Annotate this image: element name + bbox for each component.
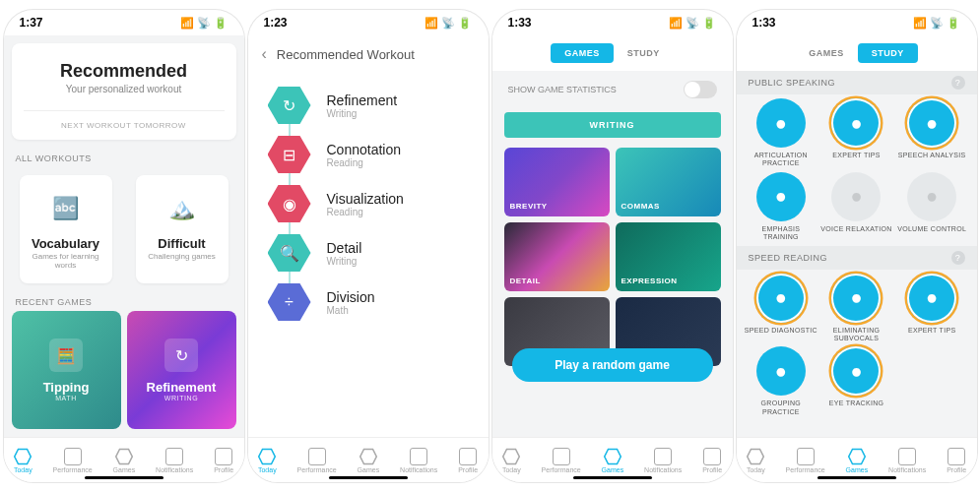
stats-toggle[interactable] <box>684 81 717 98</box>
blocks-icon: 🔤 <box>46 189 86 228</box>
recommended-card[interactable]: Recommended Your personalized workout NE… <box>12 43 236 140</box>
nav-tab-performance[interactable]: Performance <box>297 448 337 473</box>
study-circle-icon: ● <box>756 346 806 396</box>
nav-icon <box>947 448 965 465</box>
nav-tab-profile[interactable]: Profile <box>458 448 478 473</box>
recent-game-tipping[interactable]: 🧮 Tipping MATH <box>12 311 121 429</box>
nav-tab-today[interactable]: Today <box>258 448 277 473</box>
study-circle-icon: ● <box>756 172 806 221</box>
study-label: GROUPING PRACTICE <box>745 400 818 416</box>
study-item[interactable]: ● EYE TRACKING <box>819 346 893 416</box>
nav-tab-games[interactable]: Games <box>846 448 869 473</box>
nav-icon <box>797 448 815 465</box>
nav-icon <box>898 448 916 465</box>
journey-step-visualization[interactable]: ◉ VisualizationReading <box>248 179 489 228</box>
workout-difficult[interactable]: 🏔️ Difficult Challenging games <box>136 175 229 283</box>
game-tile-detail[interactable]: DETAIL <box>504 222 610 291</box>
svg-marker-0 <box>15 449 32 463</box>
study-item[interactable]: ● SPEED DIAGNOSTIC <box>745 274 818 343</box>
study-circle-icon: ● <box>756 274 806 323</box>
nav-tab-notifications[interactable]: Notifications <box>156 448 193 473</box>
nav-icon <box>308 448 326 465</box>
nav-label: Today <box>14 466 33 473</box>
journey-step-connotation[interactable]: ⊟ ConnotationReading <box>248 130 489 179</box>
nav-tab-profile[interactable]: Profile <box>947 448 966 473</box>
svg-marker-5 <box>605 449 621 463</box>
game-title: Refinement <box>147 380 217 395</box>
study-item[interactable]: ● ELIMINATING SUBVOCALS <box>819 274 893 343</box>
nav-tab-notifications[interactable]: Notifications <box>400 448 437 473</box>
nav-tab-notifications[interactable]: Notifications <box>888 448 926 473</box>
random-game-button[interactable]: Play a random game <box>512 348 713 382</box>
nav-icon <box>165 448 183 465</box>
nav-label: Performance <box>297 466 337 473</box>
nav-tab-games[interactable]: Games <box>113 448 136 473</box>
tab-games[interactable]: GAMES <box>795 43 858 63</box>
step-sub: Math <box>327 305 375 316</box>
nav-icon <box>459 448 477 465</box>
svg-marker-1 <box>116 449 133 463</box>
svg-marker-7 <box>849 449 866 463</box>
segment-control: GAMES STUDY <box>737 35 977 71</box>
step-sub: Writing <box>327 108 398 119</box>
step-title: Division <box>327 289 375 305</box>
back-button[interactable]: ‹ <box>262 45 267 63</box>
nav-icon <box>703 448 721 465</box>
nav-tab-today[interactable]: Today <box>14 448 33 473</box>
study-label: VOICE RELAXATION <box>819 225 893 233</box>
journey-step-detail[interactable]: 🔍 DetailWriting <box>248 228 489 277</box>
nav-tab-performance[interactable]: Performance <box>542 448 581 473</box>
nav-label: Notifications <box>888 466 926 473</box>
nav-tab-profile[interactable]: Profile <box>214 448 233 473</box>
help-icon[interactable]: ? <box>951 251 965 265</box>
workout-vocabulary[interactable]: 🔤 Vocabulary Games for learning words <box>20 175 112 283</box>
screen-games: 1:33 📶 📡 🔋 GAMES STUDY SHOW GAME STATIST… <box>492 10 733 482</box>
study-label: EXPERT TIPS <box>819 152 893 159</box>
game-tile-commas[interactable]: COMMAS <box>616 148 721 216</box>
mountain-icon: 🏔️ <box>163 189 202 228</box>
section-all-workouts: ALL WORKOUTS <box>4 148 244 167</box>
nav-tab-performance[interactable]: Performance <box>786 448 825 473</box>
nav-tab-profile[interactable]: Profile <box>702 448 722 473</box>
status-icons: 📶 📡 🔋 <box>425 17 472 30</box>
nav-label: Games <box>113 466 136 473</box>
help-icon[interactable]: ? <box>951 76 965 90</box>
study-item[interactable]: ● EMPHASIS TRAINING <box>745 172 818 242</box>
svg-marker-4 <box>503 449 520 463</box>
status-bar: 1:33 📶 📡 🔋 <box>492 10 733 35</box>
svg-marker-6 <box>748 449 764 463</box>
step-title: Refinement <box>327 92 398 108</box>
study-item[interactable]: ● EXPERT TIPS <box>895 274 969 343</box>
nav-tab-performance[interactable]: Performance <box>53 448 93 473</box>
game-tile-expression[interactable]: EXPRESSION <box>616 222 721 291</box>
nav-tab-today[interactable]: Today <box>502 448 521 473</box>
step-title: Visualization <box>327 191 404 207</box>
game-tile-brevity[interactable]: BREVITY <box>504 148 610 216</box>
recent-game-refinement[interactable]: ↻ Refinement WRITING <box>127 311 236 429</box>
journey-step-refinement[interactable]: ↻ RefinementWriting <box>248 81 489 130</box>
journey-step-division[interactable]: ÷ DivisionMath <box>248 277 489 327</box>
section-header: PUBLIC SPEAKING? <box>737 71 977 94</box>
tab-games[interactable]: GAMES <box>551 43 614 63</box>
study-label: EMPHASIS TRAINING <box>745 225 818 242</box>
step-title: Connotation <box>327 142 402 157</box>
hex-icon: ↻ <box>268 87 311 124</box>
study-circle-icon: ● <box>907 274 956 323</box>
nav-icon <box>654 448 672 465</box>
tab-study[interactable]: STUDY <box>858 43 918 63</box>
workout-title: Vocabulary <box>26 236 106 251</box>
nav-label: Profile <box>458 466 478 473</box>
nav-tab-today[interactable]: Today <box>747 448 765 473</box>
nav-label: Notifications <box>156 466 193 473</box>
study-item[interactable]: ● EXPERT TIPS <box>819 98 893 168</box>
study-item[interactable]: ● GROUPING PRACTICE <box>745 346 818 416</box>
nav-tab-notifications[interactable]: Notifications <box>644 448 682 473</box>
category-pill[interactable]: WRITING <box>504 112 721 138</box>
segment-control: GAMES STUDY <box>492 35 733 71</box>
study-item[interactable]: ● ARTICULATION PRACTICE <box>745 98 818 168</box>
nav-tab-games[interactable]: Games <box>358 448 380 473</box>
step-sub: Reading <box>327 157 402 168</box>
study-item[interactable]: ● SPEECH ANALYSIS <box>895 98 969 168</box>
nav-tab-games[interactable]: Games <box>602 448 624 473</box>
tab-study[interactable]: STUDY <box>614 43 674 63</box>
